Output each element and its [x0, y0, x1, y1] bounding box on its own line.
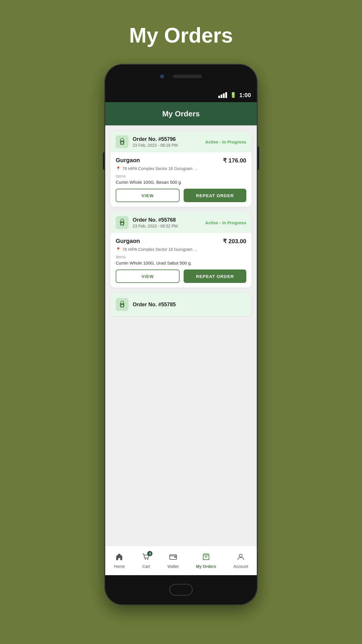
app-content: My Orders Order No. [105, 102, 257, 575]
order-card-3-header: Order No. #55785 [110, 293, 252, 316]
volume-button [103, 152, 105, 170]
order-2-amount: ₹ 203.00 [223, 238, 246, 245]
phone-camera-area [105, 65, 257, 88]
order-card-2-header: Order No. #55768 23 Feb, 2023 - 06:52 PM… [110, 212, 252, 233]
order-bag-icon-1 [116, 135, 129, 148]
order-bag-icon-3 [116, 298, 129, 311]
location-pin-icon-2: 📍 [116, 247, 121, 252]
order-1-address: 76 HIPA Complex Sector 18 Gurugram ... [122, 166, 197, 171]
camera-dot [160, 74, 164, 78]
account-icon [237, 553, 245, 563]
svg-point-10 [147, 559, 148, 560]
nav-account-label: Account [233, 564, 248, 569]
order-1-view-button[interactable]: VIEW [116, 189, 180, 202]
order-1-header-info: Order No. #55796 23 Feb, 2023 - 08:18 PM [133, 136, 201, 148]
order-2-actions: VIEW REPEAT ORDER [116, 270, 246, 283]
order-2-city: Gurgaon [116, 238, 140, 244]
nav-myorders-label: My Orders [196, 564, 216, 569]
status-bar: 🔋 1:00 [105, 88, 257, 102]
order-2-address: 76 HIPA Complex Sector 18 Gurugram ... [122, 247, 197, 252]
order-2-address-row: 📍 76 HIPA Complex Sector 18 Gurugram ... [116, 247, 246, 252]
home-icon [115, 553, 123, 563]
order-1-items: Cumin Whole 100G, Besan 500 g. [116, 180, 246, 185]
order-1-actions: VIEW REPEAT ORDER [116, 189, 246, 202]
phone-device: 🔋 1:00 My Orders [105, 65, 257, 604]
order-1-number: Order No. #55796 [133, 136, 201, 142]
order-2-date: 23 Feb, 2023 - 06:52 PM [133, 224, 201, 228]
order-1-city: Gurgaon [116, 157, 140, 164]
status-time: 1:00 [239, 92, 251, 99]
nav-item-cart[interactable]: 4 Cart [142, 553, 150, 569]
signal-icon [218, 92, 227, 98]
speaker [173, 75, 202, 78]
battery-icon: 🔋 [230, 92, 236, 98]
svg-rect-12 [174, 556, 176, 558]
order-1-address-row: 📍 76 HIPA Complex Sector 18 Gurugram ... [116, 166, 246, 171]
order-1-location-row: Gurgaon ₹ 176.00 [116, 157, 246, 164]
svg-point-9 [145, 559, 146, 560]
order-2-status: Active - In Progress [205, 220, 246, 225]
app-header: My Orders [105, 102, 257, 125]
order-1-repeat-button[interactable]: REPEAT ORDER [184, 189, 246, 202]
app-header-title: My Orders [162, 109, 200, 118]
nav-item-account[interactable]: Account [233, 553, 248, 569]
order-card-2: Order No. #55768 23 Feb, 2023 - 06:52 PM… [110, 212, 252, 288]
order-2-number: Order No. #55768 [133, 217, 201, 223]
nav-wallet-label: Wallet [168, 564, 179, 569]
nav-cart-label: Cart [142, 564, 150, 569]
order-2-repeat-button[interactable]: REPEAT ORDER [184, 270, 246, 283]
wallet-icon [169, 553, 177, 563]
order-2-items-label: Items [116, 255, 246, 259]
order-2-items: Cumin Whole 100G, Urad Sabut 500 g. [116, 260, 246, 265]
home-button[interactable] [169, 584, 193, 596]
nav-item-myorders[interactable]: My Orders [196, 553, 216, 569]
order-card-3-partial: Order No. #55785 [110, 293, 252, 316]
background-title: My Orders [129, 23, 233, 47]
order-2-body: Gurgaon ₹ 203.00 📍 76 HIPA Complex Secto… [110, 233, 252, 288]
order-2-location-row: Gurgaon ₹ 203.00 [116, 238, 246, 245]
nav-home-label: Home [114, 564, 125, 569]
phone-bottom-bar [105, 575, 257, 604]
cart-icon: 4 [142, 553, 150, 563]
order-2-header-info: Order No. #55768 23 Feb, 2023 - 06:52 PM [133, 217, 201, 228]
order-card-1-header: Order No. #55796 23 Feb, 2023 - 08:18 PM… [110, 131, 252, 152]
orders-list: Order No. #55796 23 Feb, 2023 - 08:18 PM… [105, 125, 257, 575]
cart-badge: 4 [147, 551, 152, 556]
nav-item-wallet[interactable]: Wallet [168, 553, 179, 569]
order-card-1: Order No. #55796 23 Feb, 2023 - 08:18 PM… [110, 131, 252, 207]
phone-frame: 🔋 1:00 My Orders [105, 65, 257, 604]
order-3-number: Order No. #55785 [133, 302, 246, 308]
myorders-icon [202, 553, 210, 563]
order-3-header-info: Order No. #55785 [133, 302, 246, 308]
order-1-date: 23 Feb, 2023 - 08:18 PM [133, 143, 201, 148]
order-1-items-label: Items [116, 174, 246, 178]
order-1-status: Active - In Progress [205, 139, 246, 144]
bottom-nav: Home 4 Cart [105, 546, 257, 575]
svg-point-13 [239, 554, 242, 557]
location-pin-icon-1: 📍 [116, 166, 121, 171]
order-bag-icon-2 [116, 216, 129, 229]
order-1-amount: ₹ 176.00 [223, 157, 246, 164]
nav-item-home[interactable]: Home [114, 553, 125, 569]
order-2-view-button[interactable]: VIEW [116, 270, 180, 283]
power-button [257, 146, 259, 170]
order-1-body: Gurgaon ₹ 176.00 📍 76 HIPA Complex Secto… [110, 152, 252, 207]
